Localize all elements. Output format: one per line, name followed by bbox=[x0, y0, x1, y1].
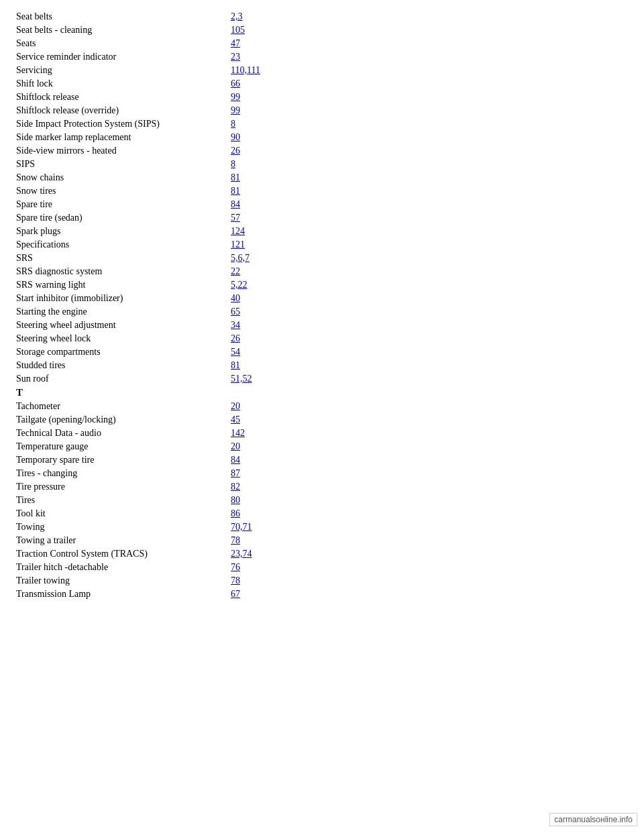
index-term: Side Impact Protection System (SIPS) bbox=[13, 117, 228, 131]
index-table: Seat belts2,3Seat belts - cleaning105Sea… bbox=[13, 10, 631, 601]
index-term: Spare tire bbox=[13, 198, 228, 211]
index-term: Trailer towing bbox=[13, 574, 228, 588]
index-term: Steering wheel adjustment bbox=[13, 319, 228, 332]
index-page-ref[interactable]: 23,74 bbox=[228, 547, 631, 561]
watermark: carmanualsонline.info bbox=[549, 813, 637, 826]
index-row: SRS diagnostic system22 bbox=[13, 265, 631, 278]
index-page-ref[interactable]: 5,6,7 bbox=[228, 252, 631, 265]
index-row: Sun roof51,52 bbox=[13, 372, 631, 386]
index-page-ref[interactable]: 45 bbox=[228, 413, 631, 427]
index-page-ref[interactable]: 87 bbox=[228, 467, 631, 480]
index-page-ref[interactable]: 66 bbox=[228, 77, 631, 91]
index-page-ref[interactable]: 84 bbox=[228, 198, 631, 211]
index-row: Trailer towing78 bbox=[13, 574, 631, 588]
index-term: Service reminder indicator bbox=[13, 50, 228, 64]
index-page-ref[interactable]: 40 bbox=[228, 292, 631, 305]
index-page-ref[interactable]: 34 bbox=[228, 319, 631, 332]
index-row: Trailer hitch -detachable76 bbox=[13, 561, 631, 574]
index-page-ref[interactable]: 8 bbox=[228, 158, 631, 171]
index-page-ref[interactable]: 47 bbox=[228, 37, 631, 50]
index-row: Shiftlock release99 bbox=[13, 91, 631, 104]
index-row: Spare tire (sedan)57 bbox=[13, 211, 631, 225]
index-row: SRS5,6,7 bbox=[13, 252, 631, 265]
index-row: Storage compartments54 bbox=[13, 345, 631, 359]
index-page-ref[interactable]: 26 bbox=[228, 144, 631, 158]
index-row: Spare tire84 bbox=[13, 198, 631, 211]
index-page-ref[interactable]: 105 bbox=[228, 23, 631, 37]
index-term: Snow chains bbox=[13, 171, 228, 184]
index-page-ref[interactable]: 2,3 bbox=[228, 10, 631, 23]
index-row: Side Impact Protection System (SIPS)8 bbox=[13, 117, 631, 131]
index-page-ref[interactable]: 81 bbox=[228, 171, 631, 184]
index-term: Steering wheel lock bbox=[13, 332, 228, 345]
index-term: Towing bbox=[13, 520, 228, 534]
index-row: Tailgate (opening/locking)45 bbox=[13, 413, 631, 427]
index-page-ref[interactable]: 78 bbox=[228, 574, 631, 588]
index-row: Towing a trailer78 bbox=[13, 534, 631, 547]
index-term: Shift lock bbox=[13, 77, 228, 91]
index-term: Seats bbox=[13, 37, 228, 50]
index-term: Tachometer bbox=[13, 400, 228, 413]
index-row: Snow tires81 bbox=[13, 184, 631, 198]
index-row: Technical Data - audio142 bbox=[13, 427, 631, 440]
index-page-ref[interactable]: 65 bbox=[228, 305, 631, 319]
index-term: Seat belts - cleaning bbox=[13, 23, 228, 37]
index-page-ref[interactable]: 86 bbox=[228, 507, 631, 520]
index-row: Shiftlock release (override)99 bbox=[13, 104, 631, 117]
index-page-ref[interactable]: 22 bbox=[228, 265, 631, 278]
index-row: Side-view mirrors - heated26 bbox=[13, 144, 631, 158]
index-row: Studded tires81 bbox=[13, 359, 631, 372]
index-page-ref[interactable]: 20 bbox=[228, 400, 631, 413]
index-page-ref[interactable]: 26 bbox=[228, 332, 631, 345]
index-row: Steering wheel adjustment34 bbox=[13, 319, 631, 332]
index-row: Transmission Lamp67 bbox=[13, 588, 631, 601]
index-page-ref[interactable]: 20 bbox=[228, 440, 631, 453]
index-page-ref[interactable]: 57 bbox=[228, 211, 631, 225]
index-term: Shiftlock release (override) bbox=[13, 104, 228, 117]
index-page-ref[interactable]: 121 bbox=[228, 238, 631, 252]
index-term: Tire pressure bbox=[13, 480, 228, 494]
index-page-ref[interactable]: 124 bbox=[228, 225, 631, 238]
index-page-ref[interactable]: 70,71 bbox=[228, 520, 631, 534]
index-row: Servicing110,111 bbox=[13, 64, 631, 77]
index-page-ref[interactable]: 99 bbox=[228, 104, 631, 117]
index-term: Seat belts bbox=[13, 10, 228, 23]
index-page-ref[interactable]: 78 bbox=[228, 534, 631, 547]
index-term: SRS warning light bbox=[13, 278, 228, 292]
index-page-ref[interactable]: 76 bbox=[228, 561, 631, 574]
index-page-ref[interactable]: 99 bbox=[228, 91, 631, 104]
index-term: Tires bbox=[13, 494, 228, 507]
index-page-ref[interactable]: 81 bbox=[228, 184, 631, 198]
index-row: Tires80 bbox=[13, 494, 631, 507]
index-page-ref[interactable]: 8 bbox=[228, 117, 631, 131]
index-page-ref[interactable]: 81 bbox=[228, 359, 631, 372]
index-page-ref[interactable]: 84 bbox=[228, 453, 631, 467]
index-page-ref[interactable]: 142 bbox=[228, 427, 631, 440]
index-page-ref[interactable]: 67 bbox=[228, 588, 631, 601]
index-page-ref[interactable]: 23 bbox=[228, 50, 631, 64]
index-term: Starting the engine bbox=[13, 305, 228, 319]
index-row: Seat belts2,3 bbox=[13, 10, 631, 23]
index-term: Trailer hitch -detachable bbox=[13, 561, 228, 574]
index-page-ref[interactable]: 80 bbox=[228, 494, 631, 507]
index-page-ref[interactable]: 110,111 bbox=[228, 64, 631, 77]
index-term: Tailgate (opening/locking) bbox=[13, 413, 228, 427]
index-row: SIPS8 bbox=[13, 158, 631, 171]
index-row: Tachometer20 bbox=[13, 400, 631, 413]
index-term: Temperature gauge bbox=[13, 440, 228, 453]
index-term: Start inhibitor (immobilizer) bbox=[13, 292, 228, 305]
index-term: SRS bbox=[13, 252, 228, 265]
index-term: Studded tires bbox=[13, 359, 228, 372]
index-row: Snow chains81 bbox=[13, 171, 631, 184]
index-page-ref[interactable]: 51,52 bbox=[228, 372, 631, 386]
index-term: Specifications bbox=[13, 238, 228, 252]
index-page-ref[interactable]: 5,22 bbox=[228, 278, 631, 292]
index-row: Service reminder indicator23 bbox=[13, 50, 631, 64]
index-page-ref[interactable]: 82 bbox=[228, 480, 631, 494]
index-row: Seats47 bbox=[13, 37, 631, 50]
index-row: Spark plugs124 bbox=[13, 225, 631, 238]
index-row: Temporary spare tire84 bbox=[13, 453, 631, 467]
index-term: Storage compartments bbox=[13, 345, 228, 359]
index-page-ref[interactable]: 54 bbox=[228, 345, 631, 359]
index-page-ref[interactable]: 90 bbox=[228, 131, 631, 144]
